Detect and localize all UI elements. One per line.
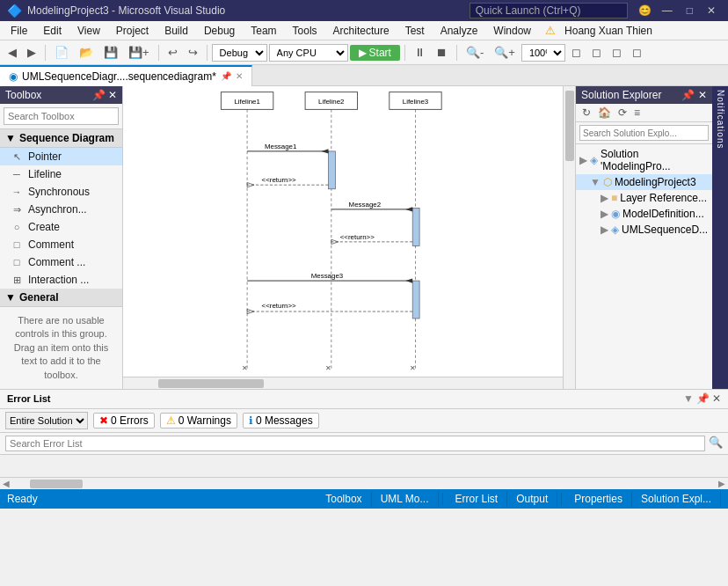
toolbar-save[interactable]: 💾 <box>99 43 122 62</box>
scroll-left-arrow[interactable]: ◀ <box>0 479 12 488</box>
notifications-bar[interactable]: Notifications <box>712 86 728 389</box>
toolbox-item-lifeline[interactable]: ─ Lifeline <box>0 165 122 183</box>
menu-view[interactable]: View <box>70 23 107 39</box>
toolbar-open[interactable]: 📂 <box>75 43 98 62</box>
toolbar-pause[interactable]: ⏸ <box>410 43 430 62</box>
tab-sequence-diagram[interactable]: ◉ UMLSequenceDiagr....sequencediagram* 📌… <box>0 65 252 86</box>
toolbox-item-interaction[interactable]: ⊞ Interaction ... <box>0 271 122 289</box>
status-tab-output[interactable]: Output <box>507 491 557 507</box>
se-node-label: ModelingProject3 <box>615 176 696 188</box>
status-bottom-tabs: Toolbox UML Mo... <box>317 491 438 507</box>
toolbar-more1[interactable]: ◻ <box>567 43 586 62</box>
msg2-arrow <box>405 207 412 211</box>
toolbar-zoom-out[interactable]: 🔍- <box>462 43 488 62</box>
toolbar-sep3 <box>207 45 207 61</box>
maximize-button[interactable]: □ <box>681 4 698 17</box>
menu-window[interactable]: Window <box>486 23 538 39</box>
menu-analyze[interactable]: Analyze <box>433 23 485 39</box>
toolbar-undo[interactable]: ↩ <box>164 43 182 62</box>
el-pin-button[interactable]: 📌 <box>696 392 710 405</box>
x1: ✕ <box>242 364 248 372</box>
tab-bar: ◉ UMLSequenceDiagr....sequencediagram* 📌… <box>0 65 728 86</box>
se-modeldef-node[interactable]: ▶ ◉ ModelDefinition... <box>576 206 712 222</box>
se-refresh-btn[interactable]: ⟳ <box>615 106 630 120</box>
minimize-button[interactable]: — <box>657 4 678 17</box>
status-tab-solution-expl[interactable]: Solution Expl... <box>632 491 721 507</box>
se-layer-node[interactable]: ▶ ■ Layer Reference... <box>576 190 712 206</box>
se-toolbar: ↻ 🏠 ⟳ ≡ <box>576 104 712 122</box>
toolbar-redo[interactable]: ↪ <box>184 43 202 62</box>
menu-tools[interactable]: Tools <box>286 23 324 39</box>
tab-close-button[interactable]: ✕ <box>236 71 243 81</box>
el-scope-dropdown[interactable]: Entire Solution <box>5 412 88 429</box>
se-more-btn[interactable]: ≡ <box>631 106 643 120</box>
toolbox-item-label: Lifeline <box>28 168 62 180</box>
menu-team[interactable]: Team <box>244 23 283 39</box>
toolbox-group-general[interactable]: ▼ General <box>0 289 122 307</box>
toolbar-forward[interactable]: ▶ <box>23 43 40 62</box>
status-tab-toolbox[interactable]: Toolbox <box>317 491 371 507</box>
toolbox-item-label: Create <box>28 221 60 233</box>
start-button[interactable]: ▶ ▶ Start Start <box>350 45 400 61</box>
el-warnings-badge[interactable]: ⚠ 0 Warnings <box>160 413 237 429</box>
toolbar-more2[interactable]: ◻ <box>587 43 606 62</box>
toolbox-item-async[interactable]: ⇒ Asynchron... <box>0 201 122 218</box>
status-tab-uml[interactable]: UML Mo... <box>372 491 439 507</box>
se-uml-node[interactable]: ▶ ◈ UMLSequenceD... <box>576 222 712 238</box>
scroll-right-arrow[interactable]: ▶ <box>716 479 728 488</box>
toolbox-item-comment1[interactable]: □ Comment <box>0 236 122 253</box>
toolbar-more3[interactable]: ◻ <box>608 43 626 62</box>
el-errors-badge[interactable]: ✖ 0 Errors <box>93 413 155 429</box>
h-scroll-thumb[interactable] <box>158 379 264 388</box>
se-home-btn[interactable]: 🏠 <box>595 106 614 120</box>
menu-build[interactable]: Build <box>157 23 195 39</box>
toolbox-item-synchronous[interactable]: → Synchronous <box>0 183 122 201</box>
menu-user[interactable]: Hoang Xuan Thien <box>557 23 659 39</box>
diagram-canvas[interactable]: Lifeline1 Lifeline2 Lifeline3 Message1 <box>123 86 563 377</box>
se-sync-btn[interactable]: ↻ <box>579 106 593 120</box>
el-close-button[interactable]: ✕ <box>712 392 721 405</box>
menu-file[interactable]: File <box>4 23 34 39</box>
status-tab-properties[interactable]: Properties <box>565 491 632 507</box>
se-project-node[interactable]: ▼ ⬡ ModelingProject3 <box>576 174 712 190</box>
solution-expand-icon: ▶ <box>579 154 587 166</box>
menu-project[interactable]: Project <box>109 23 156 39</box>
bottom-horizontal-scroll[interactable]: ◀ ▶ <box>0 477 728 489</box>
error-list-title: Error List <box>7 393 51 404</box>
menu-edit[interactable]: Edit <box>36 23 69 39</box>
diagram-horizontal-scrollbar[interactable] <box>123 377 563 389</box>
toolbar-new[interactable]: 📄 <box>50 43 73 62</box>
close-button[interactable]: ✕ <box>702 4 721 17</box>
toolbar-save-all[interactable]: 💾+ <box>124 43 154 62</box>
quick-launch-box[interactable]: Quick Launch (Ctrl+Q) <box>470 3 628 18</box>
menu-architecture[interactable]: Architecture <box>326 23 397 39</box>
diagram-vertical-scrollbar[interactable] <box>563 86 575 389</box>
toolbar-back[interactable]: ◀ <box>4 43 21 62</box>
platform-dropdown[interactable]: Any CPU <box>269 44 348 62</box>
toolbar-zoom-in[interactable]: 🔍+ <box>490 43 520 62</box>
se-pin-icon[interactable]: 📌 <box>681 89 695 101</box>
toolbox-group-sequence[interactable]: ▼ Sequence Diagram <box>0 129 122 148</box>
se-solution-node[interactable]: ▶ ◈ Solution 'ModelingPro... <box>576 146 712 174</box>
menu-test[interactable]: Test <box>398 23 432 39</box>
layer-icon: ■ <box>611 192 617 204</box>
toolbox-item-create[interactable]: ○ Create <box>0 218 122 236</box>
se-search-input[interactable] <box>579 125 709 141</box>
toolbox-pin-icon[interactable]: 📌 <box>92 89 106 101</box>
bottom-scroll-thumb[interactable] <box>30 480 83 488</box>
toolbar-more4[interactable]: ◻ <box>628 43 646 62</box>
menu-debug[interactable]: Debug <box>197 23 242 39</box>
tab-pin-icon[interactable]: 📌 <box>221 71 231 81</box>
toolbar-stop[interactable]: ⏹ <box>432 43 452 62</box>
el-messages-badge[interactable]: ℹ 0 Messages <box>243 413 319 429</box>
toolbox-search-input[interactable] <box>4 107 119 125</box>
zoom-dropdown[interactable]: 100% <box>521 44 565 62</box>
toolbox-item-pointer[interactable]: ↖ Pointer <box>0 148 122 165</box>
status-tab-error-list[interactable]: Error List <box>447 491 508 507</box>
v-scroll-thumb[interactable] <box>565 91 574 161</box>
toolbox-close-icon[interactable]: ✕ <box>108 89 117 101</box>
toolbox-item-comment2[interactable]: □ Comment ... <box>0 253 122 271</box>
el-search-input[interactable] <box>5 436 705 451</box>
debug-mode-dropdown[interactable]: Debug <box>212 44 267 62</box>
se-close-icon[interactable]: ✕ <box>698 89 707 101</box>
